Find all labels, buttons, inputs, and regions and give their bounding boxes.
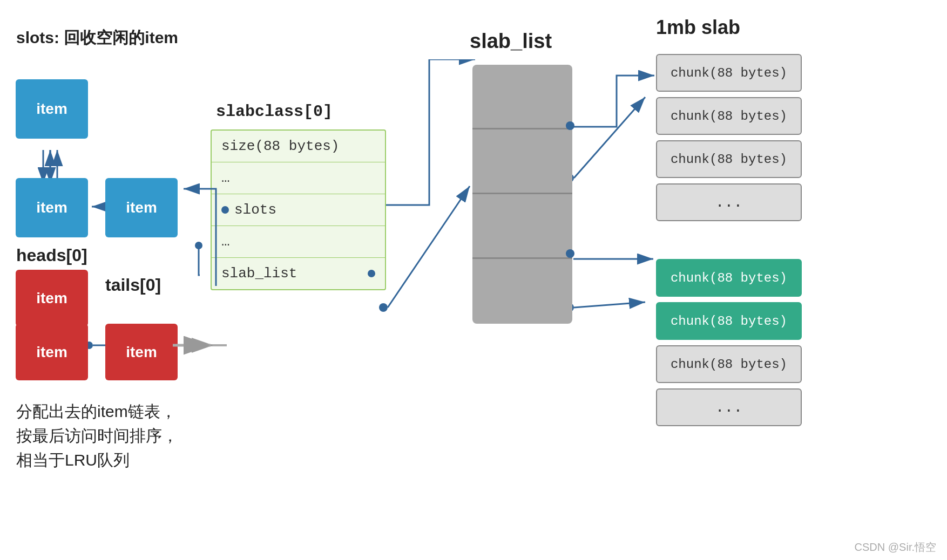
desc-text: 分配出去的item链表， 按最后访问时间排序， 相当于LRU队列 xyxy=(16,399,178,472)
slabclass-row-slots: slots xyxy=(212,194,385,226)
svg-point-9 xyxy=(379,303,388,312)
heads-label: heads[0] xyxy=(16,245,87,265)
item-label-tails-left: item xyxy=(36,344,67,361)
slab-seg-1 xyxy=(472,65,572,129)
chunk-bot-dots: ... xyxy=(656,388,802,426)
item-label-tails-right: item xyxy=(126,344,157,361)
chunk-bot-teal-1: chunk(88 bytes) xyxy=(656,259,802,297)
slots-bullet xyxy=(221,206,229,214)
gray-arrow-svg xyxy=(173,332,221,359)
svg-line-14 xyxy=(574,302,645,308)
item-box-blue-2: item xyxy=(16,178,88,237)
slots-label: slots: 回收空闲的item xyxy=(16,27,178,49)
slabclass-row-dots1: … xyxy=(212,162,385,194)
item-box-blue-3: item xyxy=(105,178,178,237)
slab-list-block xyxy=(472,65,572,324)
item-label-3: item xyxy=(126,199,157,216)
item-label-2: item xyxy=(36,199,67,216)
slab-seg-3 xyxy=(472,194,572,259)
diagram-container: slots: 回收空闲的item item item item heads[0]… xyxy=(0,0,947,560)
slabclass-box: size(88 bytes) … slots … slab_list xyxy=(211,129,386,290)
slots-connector-svg xyxy=(184,183,221,291)
slab-seg-2 xyxy=(472,129,572,194)
item-box-red-tails-left: item xyxy=(16,324,88,380)
slabclass-row-slablist: slab_list xyxy=(212,258,385,289)
onemb-label: 1mb slab xyxy=(656,16,740,39)
slablist-arrow-svg xyxy=(386,59,483,221)
item-box-red-heads: item xyxy=(16,270,88,326)
item-label-1: item xyxy=(36,100,67,118)
slab-list-bullet xyxy=(368,270,375,277)
top-chunk-arrow-svg xyxy=(573,70,662,135)
slabclass-label: slabclass[0] xyxy=(216,103,333,121)
watermark: CSDN @Sir.悟空 xyxy=(855,540,936,555)
item-label-heads: item xyxy=(36,290,67,307)
bottom-chunk-arrow-svg xyxy=(573,248,662,270)
item-box-red-tails-right: item xyxy=(105,324,178,380)
chunk-top-3: chunk(88 bytes) xyxy=(656,140,802,178)
slab-seg-4 xyxy=(472,259,572,324)
chunk-top-dots: ... xyxy=(656,183,802,221)
slabclass-row-dots2: … xyxy=(212,226,385,258)
chunk-top-2: chunk(88 bytes) xyxy=(656,97,802,135)
chunk-top-1: chunk(88 bytes) xyxy=(656,54,802,92)
slabclass-row-size: size(88 bytes) xyxy=(212,131,385,162)
slab-list-label: slab_list xyxy=(470,30,552,53)
item-box-blue-1: item xyxy=(16,79,88,139)
chunk-bot-gray-3: chunk(88 bytes) xyxy=(656,345,802,383)
tails-label: tails[0] xyxy=(105,275,161,295)
chunk-bot-teal-2: chunk(88 bytes) xyxy=(656,302,802,340)
